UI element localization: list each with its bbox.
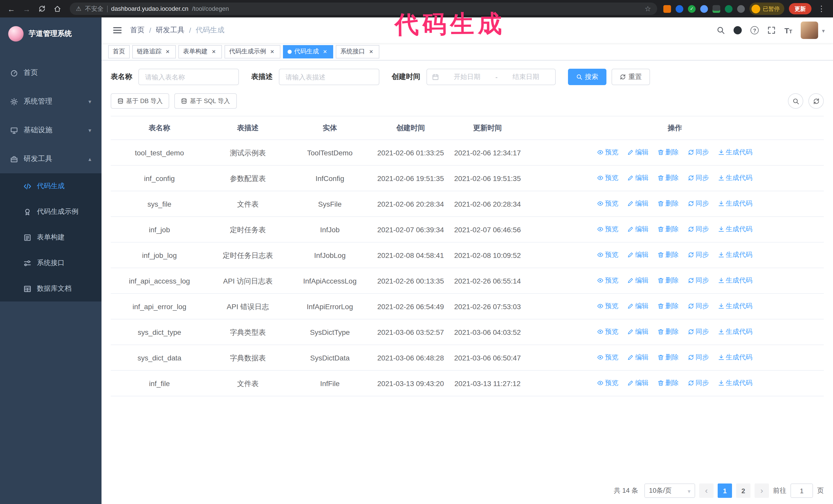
edit-link[interactable]: 编辑: [627, 301, 648, 312]
extension-icon-1[interactable]: [663, 5, 671, 13]
sidebar-item-system-api[interactable]: 系统接口: [0, 250, 101, 276]
home-button[interactable]: [51, 3, 64, 15]
profile-paused-badge[interactable]: 已暂停: [749, 3, 784, 15]
sync-link[interactable]: 同步: [688, 223, 709, 235]
generate-code-link[interactable]: 生成代码: [718, 249, 753, 261]
toggle-search-button[interactable]: [788, 93, 803, 109]
preview-link[interactable]: 预览: [597, 147, 618, 158]
bookmark-star-icon[interactable]: [645, 5, 651, 13]
generate-code-link[interactable]: 生成代码: [718, 377, 753, 389]
preview-link[interactable]: 预览: [597, 352, 618, 363]
delete-link[interactable]: 删除: [658, 223, 679, 235]
import-sql-button[interactable]: 基于 SQL 导入: [174, 93, 237, 109]
forward-button[interactable]: [21, 3, 33, 15]
preview-link[interactable]: 预览: [597, 301, 618, 312]
preview-link[interactable]: 预览: [597, 223, 618, 235]
page-button-2[interactable]: 2: [736, 483, 751, 498]
extension-icon-4[interactable]: [700, 5, 708, 13]
generate-code-link[interactable]: 生成代码: [718, 326, 753, 337]
edit-link[interactable]: 编辑: [627, 326, 648, 337]
tab-close-icon[interactable]: [322, 48, 329, 55]
tab-close-icon[interactable]: [367, 48, 375, 55]
reset-button[interactable]: 重置: [612, 69, 650, 85]
reload-button[interactable]: [36, 3, 48, 15]
create-time-range-picker[interactable]: 开始日期 - 结束日期: [427, 69, 556, 85]
address-bar[interactable]: 不安全 dashboard.yudao.iocoder.cn /tool/cod…: [70, 3, 657, 15]
back-button[interactable]: [5, 3, 18, 15]
breadcrumb-item-home[interactable]: 首页: [130, 26, 145, 35]
preview-link[interactable]: 预览: [597, 172, 618, 184]
generate-code-link[interactable]: 生成代码: [718, 352, 753, 363]
edit-link[interactable]: 编辑: [627, 249, 648, 261]
tab[interactable]: 代码生成示例: [224, 45, 280, 58]
sync-link[interactable]: 同步: [688, 326, 709, 337]
next-page-button[interactable]: [755, 483, 769, 498]
import-db-button[interactable]: 基于 DB 导入: [111, 93, 169, 109]
sync-link[interactable]: 同步: [688, 352, 709, 363]
page-size-select[interactable]: 10条/页: [644, 483, 695, 498]
generate-code-link[interactable]: 生成代码: [718, 172, 753, 184]
delete-link[interactable]: 删除: [658, 377, 679, 389]
delete-link[interactable]: 删除: [658, 147, 679, 158]
generate-code-link[interactable]: 生成代码: [718, 198, 753, 209]
edit-link[interactable]: 编辑: [627, 198, 648, 209]
tab[interactable]: 表单构建: [178, 45, 222, 58]
table-name-input[interactable]: [138, 69, 239, 85]
sidebar-item-system-management[interactable]: 系统管理: [0, 87, 101, 116]
generate-code-link[interactable]: 生成代码: [718, 301, 753, 312]
edit-link[interactable]: 编辑: [627, 172, 648, 184]
extension-icon-3[interactable]: [688, 5, 696, 13]
preview-link[interactable]: 预览: [597, 198, 618, 209]
delete-link[interactable]: 删除: [658, 172, 679, 184]
github-icon[interactable]: [734, 26, 742, 34]
sync-link[interactable]: 同步: [688, 198, 709, 209]
delete-link[interactable]: 删除: [658, 301, 679, 312]
extension-icon-5[interactable]: [713, 5, 720, 13]
tab[interactable]: 首页: [108, 45, 130, 58]
goto-page-input[interactable]: [790, 483, 813, 498]
generate-code-link[interactable]: 生成代码: [718, 147, 753, 158]
preview-link[interactable]: 预览: [597, 377, 618, 389]
delete-link[interactable]: 删除: [658, 275, 679, 286]
prev-page-button[interactable]: [699, 483, 714, 498]
delete-link[interactable]: 删除: [658, 198, 679, 209]
edit-link[interactable]: 编辑: [627, 223, 648, 235]
sidebar-item-dev-tools[interactable]: 研发工具: [0, 145, 101, 173]
sync-link[interactable]: 同步: [688, 172, 709, 184]
breadcrumb-item-dev-tools[interactable]: 研发工具: [156, 26, 185, 35]
sidebar-item-home[interactable]: 首页: [0, 58, 101, 87]
fullscreen-icon[interactable]: [767, 26, 776, 34]
sync-link[interactable]: 同步: [688, 275, 709, 286]
preview-link[interactable]: 预览: [597, 326, 618, 337]
tab-close-icon[interactable]: [164, 48, 171, 55]
delete-link[interactable]: 删除: [658, 352, 679, 363]
tab-close-icon[interactable]: [210, 48, 217, 55]
table-desc-input[interactable]: [279, 69, 379, 85]
generate-code-link[interactable]: 生成代码: [718, 223, 753, 235]
page-button-1[interactable]: 1: [718, 483, 732, 498]
search-icon[interactable]: [717, 26, 725, 34]
tab[interactable]: 链路追踪: [132, 45, 176, 58]
delete-link[interactable]: 删除: [658, 326, 679, 337]
generate-code-link[interactable]: 生成代码: [718, 275, 753, 286]
sidebar-item-infrastructure[interactable]: 基础设施: [0, 116, 101, 145]
search-button[interactable]: 搜索: [568, 69, 606, 85]
user-menu[interactable]: [801, 22, 825, 39]
preview-link[interactable]: 预览: [597, 249, 618, 261]
extension-icon-6[interactable]: [725, 5, 733, 13]
sync-link[interactable]: 同步: [688, 249, 709, 261]
sidebar-item-database-doc[interactable]: 数据库文档: [0, 276, 101, 302]
help-icon[interactable]: [751, 26, 759, 34]
sync-link[interactable]: 同步: [688, 377, 709, 389]
edit-link[interactable]: 编辑: [627, 275, 648, 286]
tab[interactable]: 代码生成: [283, 45, 333, 58]
extension-icon-2[interactable]: [675, 5, 683, 13]
tab[interactable]: 系统接口: [336, 45, 379, 58]
sidebar-item-codegen-example[interactable]: 代码生成示例: [0, 199, 101, 224]
sync-link[interactable]: 同步: [688, 301, 709, 312]
sidebar-item-form-builder[interactable]: 表单构建: [0, 224, 101, 250]
app-logo[interactable]: 芋道管理系统: [0, 18, 101, 50]
refresh-table-button[interactable]: [808, 93, 824, 109]
edit-link[interactable]: 编辑: [627, 352, 648, 363]
tab-close-icon[interactable]: [269, 48, 276, 55]
